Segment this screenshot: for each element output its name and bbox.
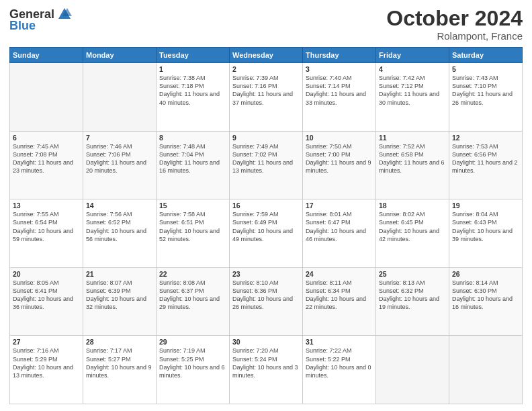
col-monday: Monday	[83, 48, 157, 63]
table-row: 15Sunrise: 7:58 AM Sunset: 6:51 PM Dayli…	[157, 199, 230, 268]
page: General Blue October 2024 Rolampont, Fra…	[0, 0, 532, 411]
day-number: 21	[86, 270, 153, 278]
day-number: 22	[159, 270, 226, 278]
location-title: Rolampont, France	[386, 30, 523, 42]
day-info: Sunrise: 7:55 AM Sunset: 6:54 PM Dayligh…	[13, 210, 80, 243]
table-row: 2Sunrise: 7:39 AM Sunset: 7:16 PM Daylig…	[230, 63, 303, 132]
day-number: 27	[13, 338, 80, 346]
day-info: Sunrise: 7:56 AM Sunset: 6:52 PM Dayligh…	[86, 210, 153, 243]
title-section: October 2024 Rolampont, France	[386, 7, 523, 42]
table-row: 13Sunrise: 7:55 AM Sunset: 6:54 PM Dayli…	[10, 199, 83, 268]
day-number: 29	[159, 338, 226, 346]
calendar-header-row: Sunday Monday Tuesday Wednesday Thursday…	[10, 48, 523, 63]
table-row: 26Sunrise: 8:14 AM Sunset: 6:30 PM Dayli…	[449, 267, 523, 336]
table-row: 4Sunrise: 7:42 AM Sunset: 7:12 PM Daylig…	[376, 63, 449, 132]
calendar-week-row: 13Sunrise: 7:55 AM Sunset: 6:54 PM Dayli…	[10, 199, 523, 268]
col-thursday: Thursday	[303, 48, 376, 63]
day-info: Sunrise: 7:20 AM Sunset: 5:24 PM Dayligh…	[232, 347, 300, 379]
day-info: Sunrise: 7:43 AM Sunset: 7:10 PM Dayligh…	[452, 74, 519, 107]
day-info: Sunrise: 8:02 AM Sunset: 6:45 PM Dayligh…	[379, 210, 446, 243]
table-row: 30Sunrise: 7:20 AM Sunset: 5:24 PM Dayli…	[230, 336, 303, 404]
day-number: 2	[232, 65, 300, 73]
table-row: 12Sunrise: 7:53 AM Sunset: 6:56 PM Dayli…	[449, 131, 523, 199]
col-friday: Friday	[376, 48, 449, 63]
calendar-week-row: 6Sunrise: 7:45 AM Sunset: 7:08 PM Daylig…	[10, 131, 523, 199]
header: General Blue October 2024 Rolampont, Fra…	[9, 7, 523, 42]
table-row: 19Sunrise: 8:04 AM Sunset: 6:43 PM Dayli…	[449, 199, 523, 268]
table-row: 7Sunrise: 7:46 AM Sunset: 7:06 PM Daylig…	[83, 131, 157, 199]
table-row: 5Sunrise: 7:43 AM Sunset: 7:10 PM Daylig…	[449, 63, 523, 132]
day-number: 15	[159, 201, 226, 210]
day-number: 7	[86, 134, 153, 142]
table-row: 1Sunrise: 7:38 AM Sunset: 7:18 PM Daylig…	[157, 63, 230, 132]
table-row	[83, 63, 157, 132]
day-number: 25	[379, 270, 446, 278]
calendar-week-row: 1Sunrise: 7:38 AM Sunset: 7:18 PM Daylig…	[10, 63, 523, 132]
day-info: Sunrise: 7:39 AM Sunset: 7:16 PM Dayligh…	[232, 74, 300, 107]
day-number: 24	[306, 270, 373, 278]
day-number: 14	[86, 201, 153, 210]
table-row: 11Sunrise: 7:52 AM Sunset: 6:58 PM Dayli…	[376, 131, 449, 199]
table-row: 6Sunrise: 7:45 AM Sunset: 7:08 PM Daylig…	[10, 131, 83, 199]
table-row: 28Sunrise: 7:17 AM Sunset: 5:27 PM Dayli…	[83, 336, 157, 404]
day-info: Sunrise: 7:40 AM Sunset: 7:14 PM Dayligh…	[306, 74, 373, 107]
day-number: 9	[232, 134, 300, 142]
day-number: 4	[379, 65, 446, 73]
day-info: Sunrise: 7:48 AM Sunset: 7:04 PM Dayligh…	[159, 142, 226, 175]
day-info: Sunrise: 8:14 AM Sunset: 6:30 PM Dayligh…	[452, 279, 519, 312]
table-row	[449, 336, 523, 404]
day-info: Sunrise: 7:49 AM Sunset: 7:02 PM Dayligh…	[232, 142, 300, 175]
day-number: 18	[379, 201, 446, 210]
table-row: 31Sunrise: 7:22 AM Sunset: 5:22 PM Dayli…	[303, 336, 376, 404]
table-row: 18Sunrise: 8:02 AM Sunset: 6:45 PM Dayli…	[376, 199, 449, 268]
day-number: 17	[306, 201, 373, 210]
day-info: Sunrise: 8:10 AM Sunset: 6:36 PM Dayligh…	[232, 279, 300, 312]
day-info: Sunrise: 8:11 AM Sunset: 6:34 PM Dayligh…	[306, 279, 373, 312]
table-row: 3Sunrise: 7:40 AM Sunset: 7:14 PM Daylig…	[303, 63, 376, 132]
table-row: 9Sunrise: 7:49 AM Sunset: 7:02 PM Daylig…	[230, 131, 303, 199]
calendar-table: Sunday Monday Tuesday Wednesday Thursday…	[9, 47, 523, 404]
day-number: 30	[232, 338, 300, 346]
table-row: 29Sunrise: 7:19 AM Sunset: 5:25 PM Dayli…	[157, 336, 230, 404]
col-tuesday: Tuesday	[157, 48, 230, 63]
day-info: Sunrise: 7:22 AM Sunset: 5:22 PM Dayligh…	[306, 347, 373, 379]
table-row: 8Sunrise: 7:48 AM Sunset: 7:04 PM Daylig…	[157, 131, 230, 199]
day-info: Sunrise: 7:50 AM Sunset: 7:00 PM Dayligh…	[306, 142, 373, 175]
table-row: 10Sunrise: 7:50 AM Sunset: 7:00 PM Dayli…	[303, 131, 376, 199]
calendar-week-row: 20Sunrise: 8:05 AM Sunset: 6:41 PM Dayli…	[10, 267, 523, 336]
day-number: 12	[452, 134, 519, 142]
day-number: 28	[86, 338, 153, 346]
day-info: Sunrise: 8:13 AM Sunset: 6:32 PM Dayligh…	[379, 279, 446, 312]
day-info: Sunrise: 8:07 AM Sunset: 6:39 PM Dayligh…	[86, 279, 153, 312]
day-info: Sunrise: 7:46 AM Sunset: 7:06 PM Dayligh…	[86, 142, 153, 175]
day-number: 10	[306, 134, 373, 142]
day-number: 20	[13, 270, 80, 278]
day-info: Sunrise: 7:42 AM Sunset: 7:12 PM Dayligh…	[379, 74, 446, 107]
table-row	[10, 63, 83, 132]
table-row: 20Sunrise: 8:05 AM Sunset: 6:41 PM Dayli…	[10, 267, 83, 336]
day-info: Sunrise: 7:59 AM Sunset: 6:49 PM Dayligh…	[232, 210, 300, 243]
day-number: 19	[452, 201, 519, 210]
table-row: 17Sunrise: 8:01 AM Sunset: 6:47 PM Dayli…	[303, 199, 376, 268]
day-info: Sunrise: 7:58 AM Sunset: 6:51 PM Dayligh…	[159, 210, 226, 243]
day-info: Sunrise: 7:53 AM Sunset: 6:56 PM Dayligh…	[452, 142, 519, 175]
day-info: Sunrise: 7:17 AM Sunset: 5:27 PM Dayligh…	[86, 347, 153, 379]
day-info: Sunrise: 7:16 AM Sunset: 5:29 PM Dayligh…	[13, 347, 80, 379]
day-number: 6	[13, 134, 80, 142]
day-number: 8	[159, 134, 226, 142]
day-number: 16	[232, 201, 300, 210]
day-info: Sunrise: 8:05 AM Sunset: 6:41 PM Dayligh…	[13, 279, 80, 312]
col-saturday: Saturday	[449, 48, 523, 63]
table-row: 22Sunrise: 8:08 AM Sunset: 6:37 PM Dayli…	[157, 267, 230, 336]
logo-blue-text: Blue	[9, 19, 36, 33]
table-row: 25Sunrise: 8:13 AM Sunset: 6:32 PM Dayli…	[376, 267, 449, 336]
logo: General Blue	[9, 7, 72, 33]
day-info: Sunrise: 7:19 AM Sunset: 5:25 PM Dayligh…	[159, 347, 226, 379]
day-number: 3	[306, 65, 373, 73]
day-number: 13	[13, 201, 80, 210]
month-title: October 2024	[386, 7, 523, 30]
table-row: 21Sunrise: 8:07 AM Sunset: 6:39 PM Dayli…	[83, 267, 157, 336]
day-number: 5	[452, 65, 519, 73]
table-row: 24Sunrise: 8:11 AM Sunset: 6:34 PM Dayli…	[303, 267, 376, 336]
day-number: 23	[232, 270, 300, 278]
